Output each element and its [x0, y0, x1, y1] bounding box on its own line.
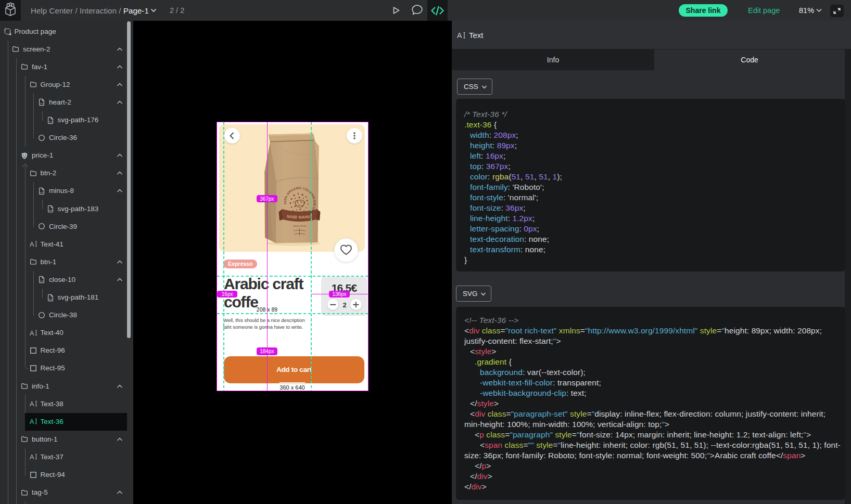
- svg-text:A: A: [30, 241, 34, 248]
- svg-text:A: A: [30, 418, 34, 425]
- svg-text:A: A: [30, 454, 34, 461]
- svg-text:A: A: [457, 31, 462, 40]
- svg-text:A: A: [30, 329, 34, 337]
- svg-text:A: A: [30, 400, 34, 408]
